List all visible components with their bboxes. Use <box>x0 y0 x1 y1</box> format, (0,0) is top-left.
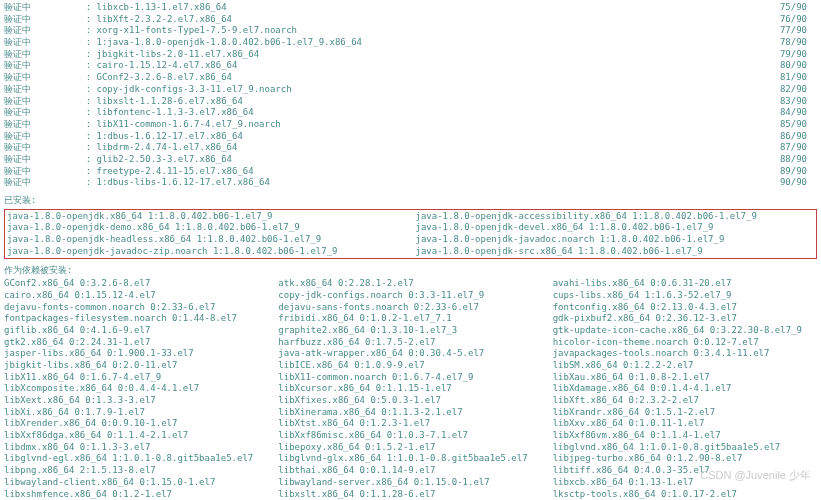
verify-row: 验证中 : GConf2-3.2.6-8.el7.x86_6481/90 <box>4 72 817 84</box>
dep-item: libepoxy.x86_64 0:1.5.2-1.el7 <box>278 442 542 454</box>
dep-item: javapackages-tools.noarch 0:3.4.1-11.el7 <box>553 348 817 360</box>
verify-row: 验证中 : libxslt-1.1.28-6.el7.x86_6483/90 <box>4 96 817 108</box>
dep-item: fontconfig.x86_64 0:2.13.0-4.3.el7 <box>553 302 817 314</box>
verify-row: 验证中 : cairo-1.15.12-4.el7.x86_6480/90 <box>4 60 817 72</box>
verify-row: 验证中 : libXft-2.3.2-2.el7.x86_6476/90 <box>4 14 817 26</box>
dep-item: avahi-libs.x86_64 0:0.6.31-20.el7 <box>553 278 817 290</box>
dep-item: gtk2.x86_64 0:2.24.31-1.el7 <box>4 337 268 349</box>
dep-item: libXtst.x86_64 0:1.2.3-1.el7 <box>278 418 542 430</box>
dep-item: jbigkit-libs.x86_64 0:2.0-11.el7 <box>4 360 268 372</box>
dep-item: hicolor-icon-theme.noarch 0:0.12-7.el7 <box>553 337 817 349</box>
dep-item: copy-jdk-configs.noarch 0:3.3-11.el7_9 <box>278 290 542 302</box>
dep-item: jasper-libs.x86_64 0:1.900.1-33.el7 <box>4 348 268 360</box>
installed-item: java-1.8.0-openjdk-devel.x86_64 1:1.8.0.… <box>416 222 815 234</box>
dep-item: libXrandr.x86_64 0:1.5.1-2.el7 <box>553 407 817 419</box>
dep-item: libXdamage.x86_64 0:0.1.4-4.1.el7 <box>553 383 817 395</box>
dep-item: libxslt.x86_64 0:1.1.28-6.el7 <box>278 489 542 501</box>
dep-item: libdmx.x86_64 0:1.1.3-3.el7 <box>4 442 268 454</box>
dep-item: libX11.x86_64 0:1.6.7-4.el7_9 <box>4 372 268 384</box>
dep-item: libXcursor.x86_64 0:1.1.15-1.el7 <box>278 383 542 395</box>
dep-item: libXxf86dga.x86_64 0:1.1.4-2.1.el7 <box>4 430 268 442</box>
deps-header: 作为依赖被安装: <box>4 265 817 277</box>
verify-row: 验证中 : libdrm-2.4.74-1.el7.x86_6487/90 <box>4 142 817 154</box>
dep-item: libICE.x86_64 0:1.0.9-9.el7 <box>278 360 542 372</box>
dep-item: libXinerama.x86_64 0:1.1.3-2.1.el7 <box>278 407 542 419</box>
verify-row: 验证中 : jbigkit-libs-2.0-11.el7.x86_6479/9… <box>4 49 817 61</box>
installed-box: java-1.8.0-openjdk.x86_64 1:1.8.0.402.b0… <box>4 209 817 260</box>
dep-item: libXxf86misc.x86_64 0:1.0.3-7.1.el7 <box>278 430 542 442</box>
dep-item: harfbuzz.x86_64 0:1.7.5-2.el7 <box>278 337 542 349</box>
dep-item: libXi.x86_64 0:1.7.9-1.el7 <box>4 407 268 419</box>
dep-item: atk.x86_64 0:2.28.1-2.el7 <box>278 278 542 290</box>
installed-item: java-1.8.0-openjdk.x86_64 1:1.8.0.402.b0… <box>7 211 406 223</box>
installed-item: java-1.8.0-openjdk-src.x86_64 1:1.8.0.40… <box>416 246 815 258</box>
dep-item: libglvnd-glx.x86_64 1:1.0.1-0.8.git5baa1… <box>278 453 542 465</box>
dep-item: cups-libs.x86_64 1:1.6.3-52.el7_9 <box>553 290 817 302</box>
installed-header: 已安装: <box>4 195 817 207</box>
dep-item: libSM.x86_64 0:1.2.2-2.el7 <box>553 360 817 372</box>
deps-list: GConf2.x86_64 0:3.2.6-8.el7 atk.x86_64 0… <box>4 278 817 500</box>
dep-item: libXft.x86_64 0:2.3.2-2.el7 <box>553 395 817 407</box>
dep-item: libwayland-server.x86_64 0:1.15.0-1.el7 <box>278 477 542 489</box>
verify-row: 验证中 : glib2-2.50.3-3.el7.x86_6488/90 <box>4 154 817 166</box>
verify-row: 验证中 : libfontenc-1.1.3-3.el7.x86_6484/90 <box>4 107 817 119</box>
dep-item: libthai.x86_64 0:0.1.14-9.el7 <box>278 465 542 477</box>
dep-item: dejavu-sans-fonts.noarch 0:2.33-6.el7 <box>278 302 542 314</box>
verify-row: 验证中 : libxcb-1.13-1.el7.x86_6475/90 <box>4 2 817 14</box>
dep-item: libXxv.x86_64 0:1.0.11-1.el7 <box>553 418 817 430</box>
dep-item: libpng.x86_64 2:1.5.13-8.el7 <box>4 465 268 477</box>
verify-row: 验证中 : xorg-x11-fonts-Type1-7.5-9.el7.noa… <box>4 25 817 37</box>
dep-item: giflib.x86_64 0:4.1.6-9.el7 <box>4 325 268 337</box>
verify-row: 验证中 : 1:java-1.8.0-openjdk-1.8.0.402.b06… <box>4 37 817 49</box>
dep-item: libXfixes.x86_64 0:5.0.3-1.el7 <box>278 395 542 407</box>
verify-row: 验证中 : libX11-common-1.6.7-4.el7_9.noarch… <box>4 119 817 131</box>
verify-section: 验证中 : libxcb-1.13-1.el7.x86_6475/90 验证中 … <box>4 2 817 189</box>
installed-item: java-1.8.0-openjdk-javadoc-zip.noarch 1:… <box>7 246 406 258</box>
verify-row: 验证中 : 1:dbus-1.6.12-17.el7.x86_6486/90 <box>4 131 817 143</box>
dep-item: dejavu-fonts-common.noarch 0:2.33-6.el7 <box>4 302 268 314</box>
dep-item: libXau.x86_64 0:1.0.8-2.1.el7 <box>553 372 817 384</box>
dep-item: fontpackages-filesystem.noarch 0:1.44-8.… <box>4 313 268 325</box>
dep-item: gtk-update-icon-cache.x86_64 0:3.22.30-8… <box>553 325 817 337</box>
dep-item: libXext.x86_64 0:1.3.3-3.el7 <box>4 395 268 407</box>
dep-item: java-atk-wrapper.x86_64 0:0.30.4-5.el7 <box>278 348 542 360</box>
verify-row: 验证中 : freetype-2.4.11-15.el7.x86_6489/90 <box>4 166 817 178</box>
dep-item: libwayland-client.x86_64 0:1.15.0-1.el7 <box>4 477 268 489</box>
dep-item: libxshmfence.x86_64 0:1.2-1.el7 <box>4 489 268 501</box>
dep-item: libXxf86vm.x86_64 0:1.1.4-1.el7 <box>553 430 817 442</box>
dep-item: lksctp-tools.x86_64 0:1.0.17-2.el7 <box>553 489 817 501</box>
dep-item: libX11-common.noarch 0:1.6.7-4.el7_9 <box>278 372 542 384</box>
verify-row: 验证中 : 1:dbus-libs-1.6.12-17.el7.x86_6490… <box>4 177 817 189</box>
watermark: CSDN @Juvenile 少年 <box>700 468 811 482</box>
dep-item: graphite2.x86_64 0:1.3.10-1.el7_3 <box>278 325 542 337</box>
installed-item: java-1.8.0-openjdk-headless.x86_64 1:1.8… <box>7 234 406 246</box>
dep-item: libXcomposite.x86_64 0:0.4.4-4.1.el7 <box>4 383 268 395</box>
dep-item: cairo.x86_64 0:1.15.12-4.el7 <box>4 290 268 302</box>
dep-item: gdk-pixbuf2.x86_64 0:2.36.12-3.el7 <box>553 313 817 325</box>
installed-item: java-1.8.0-openjdk-demo.x86_64 1:1.8.0.4… <box>7 222 406 234</box>
dep-item: libXrender.x86_64 0:0.9.10-1.el7 <box>4 418 268 430</box>
dep-item: libjpeg-turbo.x86_64 0:1.2.90-8.el7 <box>553 453 817 465</box>
installed-item: java-1.8.0-openjdk-accessibility.x86_64 … <box>416 211 815 223</box>
dep-item: fribidi.x86_64 0:1.0.2-1.el7_7.1 <box>278 313 542 325</box>
dep-item: libglvnd.x86_64 1:1.0.1-0.8.git5baa1e5.e… <box>553 442 817 454</box>
verify-row: 验证中 : copy-jdk-configs-3.3-11.el7_9.noar… <box>4 84 817 96</box>
dep-item: GConf2.x86_64 0:3.2.6-8.el7 <box>4 278 268 290</box>
installed-item: java-1.8.0-openjdk-javadoc.noarch 1:1.8.… <box>416 234 815 246</box>
dep-item: libglvnd-egl.x86_64 1:1.0.1-0.8.git5baa1… <box>4 453 268 465</box>
